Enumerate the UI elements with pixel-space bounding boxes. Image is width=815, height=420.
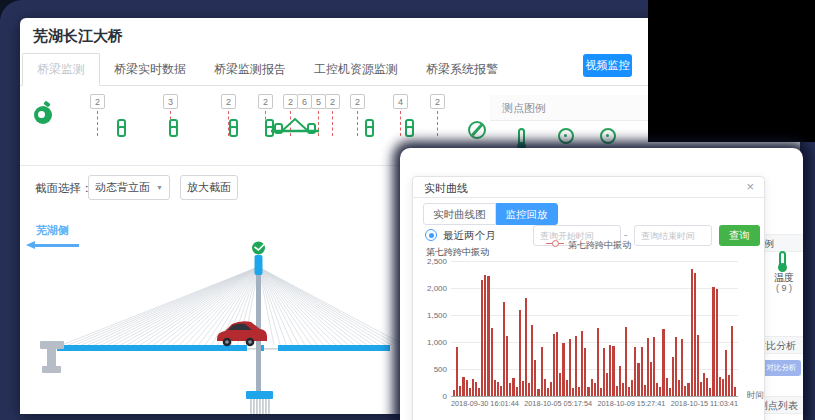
chart-bar [575, 336, 577, 396]
chart-bar [647, 338, 649, 396]
close-icon[interactable]: × [746, 179, 754, 194]
chart-bar [509, 383, 511, 396]
chain-link-sensor-icon[interactable] [228, 119, 240, 137]
chart-bar [534, 360, 536, 396]
chart-bar [722, 379, 724, 396]
chart-bar [672, 357, 674, 396]
enlarge-section-button[interactable]: 放大截面 [180, 175, 238, 200]
chart-bar [537, 389, 539, 396]
chart-bar [656, 383, 658, 397]
chart-bar [512, 378, 514, 396]
sensor-leader-line [97, 111, 98, 136]
thermometer-icon [518, 128, 525, 145]
chart-bar [678, 380, 680, 396]
tab-realtime-curve[interactable]: 实时曲线图 [423, 203, 496, 225]
chart-bar [728, 375, 730, 396]
chart-bar [681, 339, 683, 396]
sensor-count-badge: 3 [163, 94, 178, 109]
chart-bar [625, 327, 627, 396]
pylon-footing [246, 391, 273, 399]
chart-bar [734, 387, 736, 396]
chart-bar [562, 343, 564, 396]
chart-bar [559, 373, 561, 396]
chart-bar [556, 332, 558, 396]
chart-bar [697, 335, 699, 396]
chart-bar [466, 380, 468, 396]
chart-bar [491, 328, 493, 396]
pylon-foundation [250, 399, 270, 414]
video-monitor-button[interactable]: 视频监控 [583, 54, 632, 77]
gauge-sensor-icon[interactable] [34, 106, 52, 124]
tab-bridge-monitor[interactable]: 桥梁监测 [22, 53, 100, 86]
sensor-count-badge: 4 [393, 94, 408, 109]
chart-bar [528, 383, 530, 396]
bridge-section-icon[interactable] [270, 114, 320, 136]
chart-bar [716, 289, 718, 396]
black-screen-region [648, 0, 815, 142]
chart-bar [619, 366, 621, 396]
chart-bar [500, 386, 502, 396]
chart-bar [581, 331, 583, 396]
x-axis-tick: 2018-09-30 16:01:44 [451, 399, 519, 408]
vibration-chart: 2,500 2,000 1,500 1,000 500 0 2018-09-30… [451, 261, 738, 397]
chart-bar [687, 383, 689, 397]
chart-bar [603, 348, 605, 396]
wind-sensor-icon [252, 242, 265, 255]
chart-bar [578, 387, 580, 396]
chart-bar [662, 329, 664, 396]
sensor-leader-line [357, 111, 358, 136]
chart-bar [637, 363, 639, 396]
chart-bar [503, 302, 505, 397]
tab-system-alarm[interactable]: 桥梁系统报警 [412, 54, 512, 85]
tab-ipc-resource[interactable]: 工控机资源监测 [300, 54, 412, 85]
chart-bar [644, 385, 646, 396]
sensor-count-badge: 2 [221, 94, 236, 109]
disabled-sensor-icon[interactable] [468, 121, 486, 139]
sensor-count-badge: 2 [430, 94, 445, 109]
y-axis-tick: 1,500 [412, 311, 447, 320]
y-axis-tick: 2,000 [412, 284, 447, 293]
thermometer-icon[interactable] [779, 251, 786, 266]
chart-bar [606, 373, 608, 396]
chart-bar [584, 348, 586, 396]
chart-bar [531, 325, 533, 396]
x-axis-unit-label: 时间 [747, 390, 764, 402]
chart-bar [691, 269, 693, 396]
chart-bar [459, 386, 461, 396]
chart-bar [622, 383, 624, 396]
chart-bar [703, 373, 705, 396]
chart-bar [472, 379, 474, 396]
chart-bar [600, 388, 602, 396]
chain-link-sensor-icon[interactable] [404, 119, 416, 137]
chart-bar [516, 387, 518, 396]
y-axis-tick: 0 [412, 392, 447, 401]
tab-monitor-playback[interactable]: 监控回放 [496, 203, 558, 225]
tab-realtime-data[interactable]: 桥梁实时数据 [100, 54, 200, 85]
chart-bar [612, 346, 614, 396]
chart-bar [669, 388, 671, 396]
x-axis-ticks: 2018-09-30 16:01:44 2018-10-05 05:17:54 … [451, 396, 738, 408]
section-select-value: 动态背立面 [95, 180, 150, 195]
chart-bar [694, 273, 696, 396]
tab-monitor-report[interactable]: 桥梁监测报告 [200, 54, 300, 85]
legend-marker-icon [546, 243, 564, 248]
chain-link-sensor-icon[interactable] [364, 119, 376, 137]
chart-bar [544, 379, 546, 396]
window-curve-dialog: 测点图例 温度 ( 9 ) 对比分析 对比分析 测点列表 实时曲线 × 实时曲线… [400, 148, 803, 420]
chart-bar [497, 382, 499, 396]
chart-bar [641, 347, 643, 396]
legend-panel-title: 测点图例 [490, 95, 648, 121]
chart-bar [519, 310, 521, 396]
sensor-ring-icon [600, 128, 616, 144]
compare-analysis-button[interactable]: 对比分析 [762, 360, 801, 376]
sensor-count-badge: 5 [311, 94, 326, 109]
chart-bar [553, 334, 555, 396]
chain-link-sensor-icon[interactable] [116, 119, 128, 137]
chart-bar [700, 382, 702, 396]
sensor-leader-line [332, 111, 333, 136]
y-axis-tick: 1,000 [412, 338, 447, 347]
dialog-header: 实时曲线 × [413, 177, 764, 198]
section-select-dropdown[interactable]: 动态背立面 ▼ [88, 175, 170, 200]
chain-link-sensor-icon[interactable] [168, 119, 180, 137]
sensor-count-badge: 2 [325, 94, 340, 109]
